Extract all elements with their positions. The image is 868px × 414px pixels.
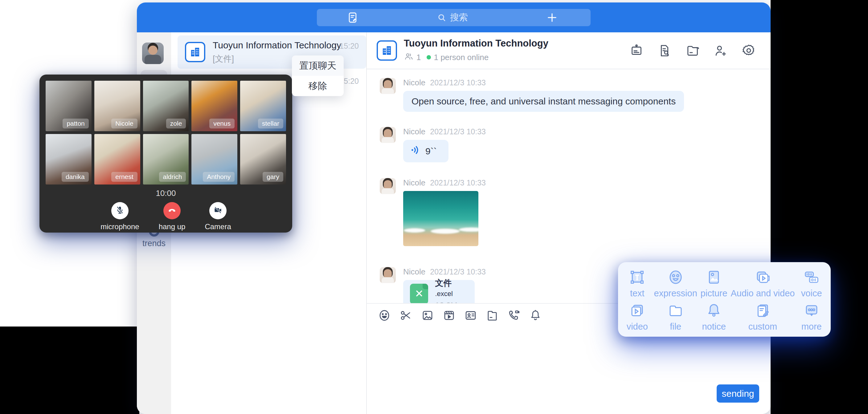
participant-name: aldrich — [159, 172, 186, 182]
menu-item-pin-chat[interactable]: 置顶聊天 — [292, 56, 344, 76]
chat-title: Tuoyun Information Technology — [404, 38, 629, 49]
picture-icon — [706, 269, 722, 286]
action-video[interactable]: video — [620, 300, 654, 333]
conversation-context-menu: 置顶聊天 移除 — [292, 56, 344, 96]
participant-tile: venus — [191, 81, 237, 131]
voice-message-bubble[interactable]: 9`` — [403, 140, 448, 162]
sender-name: Nicole — [403, 78, 425, 88]
avatar[interactable] — [142, 42, 164, 64]
add-member-icon[interactable] — [714, 43, 728, 58]
camera-button[interactable]: Camera — [205, 202, 231, 231]
custom-doc-icon — [754, 302, 771, 319]
screenshot-scissors-icon[interactable] — [400, 309, 412, 322]
settings-gear-icon[interactable] — [742, 43, 756, 58]
video-icon — [629, 302, 646, 319]
video-call-panel: patton Nicole zole venus stellar danika … — [39, 74, 292, 232]
group-notice-icon[interactable] — [629, 43, 644, 58]
trends-label: trends — [143, 239, 165, 248]
group-icon — [377, 40, 397, 61]
participant-tile: aldrich — [143, 134, 189, 185]
hang-up-icon — [167, 205, 177, 216]
search-bar[interactable]: 搜索 — [317, 9, 591, 26]
participant-name: zole — [166, 119, 186, 128]
avatar[interactable] — [380, 78, 396, 94]
microphone-button[interactable]: microphone — [100, 202, 139, 231]
online-status: 1 person online — [434, 53, 489, 62]
file-size: 12.8M — [435, 300, 469, 303]
add-icon[interactable] — [546, 11, 559, 24]
group-icon — [185, 42, 205, 62]
hang-up-button[interactable]: hang up — [159, 202, 186, 231]
online-dot — [427, 55, 431, 59]
memo-icon[interactable] — [346, 11, 359, 24]
participant-name: patton — [63, 119, 89, 128]
action-expression[interactable]: expression — [654, 267, 697, 300]
message: Nicole 2021/12/3 10:33 Open source, free… — [380, 78, 771, 112]
image-message[interactable] — [403, 191, 478, 246]
avatar[interactable] — [380, 178, 396, 194]
sender-name: Nicole — [403, 178, 425, 188]
page-background-right — [771, 0, 868, 414]
top-bar: 搜索 — [137, 2, 771, 32]
file-icon — [667, 302, 684, 319]
audio-video-icon — [754, 269, 771, 286]
action-custom[interactable]: custom — [731, 300, 795, 333]
message-time: 2021/12/3 10:33 — [430, 267, 486, 276]
avatar[interactable] — [380, 127, 396, 143]
participant-tile: patton — [45, 81, 92, 131]
notice-bell-icon — [706, 302, 722, 319]
action-more[interactable]: more — [795, 300, 828, 333]
sender-name: Nicole — [403, 267, 425, 277]
page-background-bottom-left — [0, 326, 139, 414]
action-picture[interactable]: picture — [697, 267, 731, 300]
contact-card-icon[interactable] — [464, 309, 477, 322]
file-message-bubble[interactable]: ✕ 文件 .excel 12.8M — [403, 280, 475, 303]
participant-tile: gary — [240, 134, 286, 185]
menu-item-remove[interactable]: 移除 — [292, 76, 344, 96]
participant-name: Nicole — [111, 119, 137, 128]
action-text[interactable]: text — [620, 267, 654, 300]
participant-grid: patton Nicole zole venus stellar danika … — [39, 74, 292, 185]
message-time: 2021/12/3 10:33 — [430, 127, 486, 136]
voice-icon — [803, 269, 820, 286]
conversation-time: 15:20 — [339, 41, 359, 51]
voice-duration: 9`` — [425, 146, 437, 157]
action-voice[interactable]: voice — [795, 267, 828, 300]
file-name: 文件 — [435, 279, 452, 288]
participant-tile: danika — [45, 134, 92, 185]
participant-name: stellar — [258, 119, 283, 128]
participant-name: gary — [262, 172, 283, 182]
message-time: 2021/12/3 10:33 — [430, 178, 486, 187]
notification-bell-icon[interactable] — [529, 309, 542, 322]
mic-muted-icon — [115, 205, 125, 216]
members-icon — [404, 52, 414, 63]
group-file-icon[interactable] — [685, 43, 700, 58]
send-button[interactable]: sending — [717, 384, 759, 403]
video-call-icon[interactable] — [507, 309, 520, 322]
voice-wave-icon — [410, 145, 421, 158]
sender-name: Nicole — [403, 127, 425, 136]
participant-name: danika — [62, 172, 89, 182]
participant-name: venus — [209, 119, 235, 128]
action-file[interactable]: file — [654, 300, 697, 333]
action-audio-video[interactable]: Audio and video — [731, 267, 795, 300]
call-timer: 10:00 — [39, 189, 292, 198]
more-icon — [803, 302, 820, 319]
chat-record-search-icon[interactable] — [657, 43, 672, 58]
excel-file-icon: ✕ — [410, 284, 428, 303]
participant-tile: Anthony — [191, 134, 237, 185]
participant-name: Anthony — [203, 172, 235, 182]
emoji-icon[interactable] — [378, 309, 391, 322]
expression-icon — [667, 269, 684, 286]
avatar[interactable] — [380, 267, 396, 283]
action-notice[interactable]: notice — [697, 300, 731, 333]
participant-tile: stellar — [240, 81, 286, 131]
participant-tile: zole — [143, 81, 189, 131]
member-count: 1 — [416, 53, 421, 62]
send-file-icon[interactable] — [486, 309, 499, 322]
send-video-icon[interactable] — [443, 309, 456, 322]
chat-header: Tuoyun Information Technology 1 1 person… — [367, 32, 771, 69]
send-image-icon[interactable] — [421, 309, 434, 322]
participant-tile: ernest — [94, 134, 140, 185]
chat-panel: Tuoyun Information Technology 1 1 person… — [367, 32, 771, 414]
